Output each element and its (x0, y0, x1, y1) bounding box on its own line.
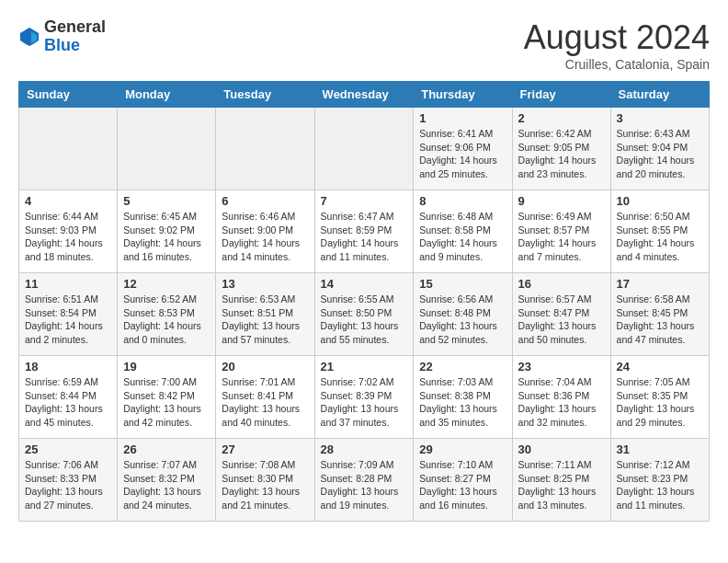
calendar-cell: 21Sunrise: 7:02 AM Sunset: 8:39 PM Dayli… (314, 356, 414, 439)
day-info: Sunrise: 7:12 AM Sunset: 8:23 PM Dayligh… (617, 458, 703, 512)
day-info: Sunrise: 6:46 AM Sunset: 9:00 PM Dayligh… (222, 210, 308, 264)
day-number: 5 (123, 194, 210, 208)
day-number: 26 (123, 442, 210, 456)
day-number: 10 (617, 194, 703, 208)
day-info: Sunrise: 7:07 AM Sunset: 8:32 PM Dayligh… (123, 458, 210, 512)
calendar-cell: 3Sunrise: 6:43 AM Sunset: 9:04 PM Daylig… (610, 108, 709, 190)
day-number: 13 (222, 277, 308, 291)
day-info: Sunrise: 7:09 AM Sunset: 8:28 PM Dayligh… (321, 458, 408, 512)
day-info: Sunrise: 7:08 AM Sunset: 8:30 PM Dayligh… (222, 458, 308, 512)
day-number: 16 (518, 277, 605, 291)
day-info: Sunrise: 6:58 AM Sunset: 8:45 PM Dayligh… (617, 293, 703, 347)
logo: General Blue (18, 18, 106, 55)
day-number: 11 (25, 277, 111, 291)
page-header: General Blue August 2024 Cruilles, Catal… (18, 18, 710, 72)
day-number: 15 (419, 277, 506, 291)
day-number: 30 (518, 442, 605, 456)
day-info: Sunrise: 6:49 AM Sunset: 8:57 PM Dayligh… (518, 210, 605, 264)
day-number: 3 (617, 111, 703, 125)
calendar-cell: 10Sunrise: 6:50 AM Sunset: 8:55 PM Dayli… (610, 190, 709, 273)
calendar-cell (118, 108, 216, 190)
calendar-cell: 4Sunrise: 6:44 AM Sunset: 9:03 PM Daylig… (19, 190, 118, 273)
calendar-week-1: 1Sunrise: 6:41 AM Sunset: 9:06 PM Daylig… (19, 108, 710, 190)
day-number: 27 (222, 442, 308, 456)
day-info: Sunrise: 7:11 AM Sunset: 8:25 PM Dayligh… (518, 458, 605, 512)
calendar-cell: 23Sunrise: 7:04 AM Sunset: 8:36 PM Dayli… (512, 356, 610, 439)
calendar-cell: 26Sunrise: 7:07 AM Sunset: 8:32 PM Dayli… (118, 439, 216, 522)
day-number: 28 (321, 442, 408, 456)
day-info: Sunrise: 6:57 AM Sunset: 8:47 PM Dayligh… (518, 293, 605, 347)
calendar-cell: 5Sunrise: 6:45 AM Sunset: 9:02 PM Daylig… (118, 190, 216, 273)
calendar-cell: 31Sunrise: 7:12 AM Sunset: 8:23 PM Dayli… (610, 439, 709, 522)
day-number: 31 (617, 442, 703, 456)
calendar-cell: 25Sunrise: 7:06 AM Sunset: 8:33 PM Dayli… (19, 439, 118, 522)
calendar-cell: 9Sunrise: 6:49 AM Sunset: 8:57 PM Daylig… (512, 190, 610, 273)
weekday-header-tuesday: Tuesday (216, 82, 314, 108)
day-info: Sunrise: 7:00 AM Sunset: 8:42 PM Dayligh… (123, 375, 210, 430)
weekday-header-monday: Monday (118, 82, 216, 108)
calendar-cell: 28Sunrise: 7:09 AM Sunset: 8:28 PM Dayli… (314, 439, 414, 522)
day-info: Sunrise: 6:41 AM Sunset: 9:06 PM Dayligh… (419, 127, 506, 181)
calendar-cell: 27Sunrise: 7:08 AM Sunset: 8:30 PM Dayli… (216, 439, 314, 522)
day-info: Sunrise: 6:43 AM Sunset: 9:04 PM Dayligh… (617, 127, 703, 181)
day-number: 4 (25, 194, 111, 208)
calendar-table: SundayMondayTuesdayWednesdayThursdayFrid… (18, 81, 710, 522)
day-number: 20 (222, 360, 308, 373)
day-info: Sunrise: 7:10 AM Sunset: 8:27 PM Dayligh… (419, 458, 506, 512)
calendar-cell: 1Sunrise: 6:41 AM Sunset: 9:06 PM Daylig… (414, 108, 512, 190)
calendar-cell: 24Sunrise: 7:05 AM Sunset: 8:35 PM Dayli… (610, 356, 709, 439)
day-number: 19 (123, 360, 210, 373)
calendar-cell: 19Sunrise: 7:00 AM Sunset: 8:42 PM Dayli… (118, 356, 216, 439)
logo-icon (18, 26, 40, 48)
day-info: Sunrise: 6:50 AM Sunset: 8:55 PM Dayligh… (617, 210, 703, 264)
weekday-header-friday: Friday (512, 82, 610, 108)
calendar-cell: 15Sunrise: 6:56 AM Sunset: 8:48 PM Dayli… (414, 273, 512, 356)
weekday-header-wednesday: Wednesday (314, 82, 414, 108)
title-block: August 2024 Cruilles, Catalonia, Spain (524, 18, 710, 72)
calendar-week-4: 18Sunrise: 6:59 AM Sunset: 8:44 PM Dayli… (19, 356, 710, 439)
day-info: Sunrise: 6:42 AM Sunset: 9:05 PM Dayligh… (518, 127, 605, 181)
day-number: 24 (617, 360, 703, 373)
day-number: 22 (419, 360, 506, 373)
calendar-cell: 30Sunrise: 7:11 AM Sunset: 8:25 PM Dayli… (512, 439, 610, 522)
day-info: Sunrise: 6:45 AM Sunset: 9:02 PM Dayligh… (123, 210, 210, 264)
calendar-cell: 17Sunrise: 6:58 AM Sunset: 8:45 PM Dayli… (610, 273, 709, 356)
day-info: Sunrise: 6:56 AM Sunset: 8:48 PM Dayligh… (419, 293, 506, 347)
day-number: 6 (222, 194, 308, 208)
calendar-cell: 14Sunrise: 6:55 AM Sunset: 8:50 PM Dayli… (314, 273, 414, 356)
day-number: 8 (419, 194, 506, 208)
calendar-cell: 20Sunrise: 7:01 AM Sunset: 8:41 PM Dayli… (216, 356, 314, 439)
day-info: Sunrise: 7:04 AM Sunset: 8:36 PM Dayligh… (518, 375, 605, 430)
weekday-header-saturday: Saturday (610, 82, 709, 108)
day-number: 7 (321, 194, 408, 208)
weekday-header-sunday: Sunday (19, 82, 118, 108)
calendar-cell (19, 108, 118, 190)
day-info: Sunrise: 7:06 AM Sunset: 8:33 PM Dayligh… (25, 458, 111, 512)
day-number: 12 (123, 277, 210, 291)
month-year-title: August 2024 (524, 18, 710, 57)
calendar-cell: 8Sunrise: 6:48 AM Sunset: 8:58 PM Daylig… (414, 190, 512, 273)
day-number: 21 (321, 360, 408, 373)
day-info: Sunrise: 6:53 AM Sunset: 8:51 PM Dayligh… (222, 293, 308, 347)
day-info: Sunrise: 7:03 AM Sunset: 8:38 PM Dayligh… (419, 375, 506, 430)
day-number: 1 (419, 111, 506, 125)
calendar-cell: 2Sunrise: 6:42 AM Sunset: 9:05 PM Daylig… (512, 108, 610, 190)
calendar-cell: 7Sunrise: 6:47 AM Sunset: 8:59 PM Daylig… (314, 190, 414, 273)
day-info: Sunrise: 7:01 AM Sunset: 8:41 PM Dayligh… (222, 375, 308, 430)
calendar-week-3: 11Sunrise: 6:51 AM Sunset: 8:54 PM Dayli… (19, 273, 710, 356)
calendar-cell: 11Sunrise: 6:51 AM Sunset: 8:54 PM Dayli… (19, 273, 118, 356)
day-number: 29 (419, 442, 506, 456)
day-number: 18 (25, 360, 111, 373)
calendar-cell: 16Sunrise: 6:57 AM Sunset: 8:47 PM Dayli… (512, 273, 610, 356)
day-info: Sunrise: 6:47 AM Sunset: 8:59 PM Dayligh… (321, 210, 408, 264)
day-info: Sunrise: 6:55 AM Sunset: 8:50 PM Dayligh… (321, 293, 408, 347)
day-number: 23 (518, 360, 605, 373)
calendar-week-5: 25Sunrise: 7:06 AM Sunset: 8:33 PM Dayli… (19, 439, 710, 522)
day-info: Sunrise: 6:51 AM Sunset: 8:54 PM Dayligh… (25, 293, 111, 347)
day-info: Sunrise: 7:02 AM Sunset: 8:39 PM Dayligh… (321, 375, 408, 430)
calendar-cell: 12Sunrise: 6:52 AM Sunset: 8:53 PM Dayli… (118, 273, 216, 356)
calendar-cell: 29Sunrise: 7:10 AM Sunset: 8:27 PM Dayli… (414, 439, 512, 522)
day-info: Sunrise: 7:05 AM Sunset: 8:35 PM Dayligh… (617, 375, 703, 430)
calendar-cell: 6Sunrise: 6:46 AM Sunset: 9:00 PM Daylig… (216, 190, 314, 273)
calendar-cell: 13Sunrise: 6:53 AM Sunset: 8:51 PM Dayli… (216, 273, 314, 356)
